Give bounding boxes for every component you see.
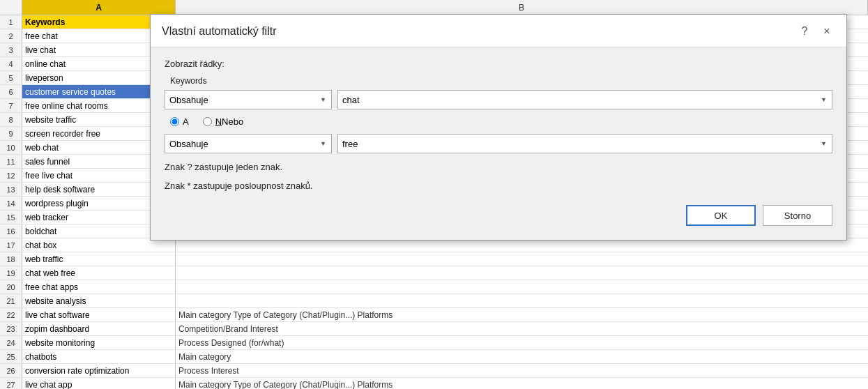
radio-or[interactable] (203, 117, 212, 126)
hint2-text: Znak * zastupuje posloupnost znaků. (165, 181, 832, 191)
filter-row-1: ObsahujeNeobsahujeRovná seNerovná seZačí… (165, 90, 832, 109)
value1-input[interactable] (337, 90, 832, 109)
spreadsheet: A B 1Keywords2free chat3live chat4online… (0, 0, 868, 389)
value1-wrapper (337, 90, 832, 109)
radio-and-text: A (183, 116, 189, 127)
value2-wrapper (337, 134, 832, 153)
filter-row-2: ObsahujeNeobsahujeRovná seNerovná seZačí… (165, 134, 832, 153)
dialog-help-button[interactable]: ? (796, 23, 813, 40)
dialog-body: Zobrazit řádky: Keywords ObsahujeNeobsah… (151, 47, 846, 240)
dialog-close-button[interactable]: × (818, 23, 835, 40)
radio-and[interactable] (170, 117, 179, 126)
radio-or-label[interactable]: NNebo (203, 116, 243, 127)
dialog-title-buttons: ? × (796, 23, 835, 40)
value2-input[interactable] (337, 134, 832, 153)
radio-and-label[interactable]: A (170, 116, 189, 127)
dialog-title: Vlastní automatický filtr (162, 25, 277, 38)
field-label: Keywords (170, 76, 832, 86)
radio-row: A NNebo (170, 116, 832, 127)
operator2-wrapper: ObsahujeNeobsahujeRovná seNerovná seZačí… (165, 134, 332, 153)
ok-button[interactable]: OK (686, 205, 756, 226)
dialog-title-bar: Vlastní automatický filtr ? × (151, 15, 846, 47)
operator1-select[interactable]: ObsahujeNeobsahujeRovná seNerovná seZačí… (165, 90, 332, 109)
cancel-button[interactable]: Storno (763, 205, 832, 226)
hint1-text: Znak ? zastupuje jeden znak. (165, 162, 832, 172)
dialog-overlay: Vlastní automatický filtr ? × Zobrazit ř… (0, 0, 868, 389)
show-rows-label: Zobrazit řádky: (165, 59, 832, 69)
filter-dialog: Vlastní automatický filtr ? × Zobrazit ř… (150, 14, 847, 241)
radio-or-text: NNebo (215, 116, 243, 127)
operator2-select[interactable]: ObsahujeNeobsahujeRovná seNerovná seZačí… (165, 134, 332, 153)
dialog-footer: OK Storno (165, 205, 832, 226)
operator1-wrapper: ObsahujeNeobsahujeRovná seNerovná seZačí… (165, 90, 332, 109)
